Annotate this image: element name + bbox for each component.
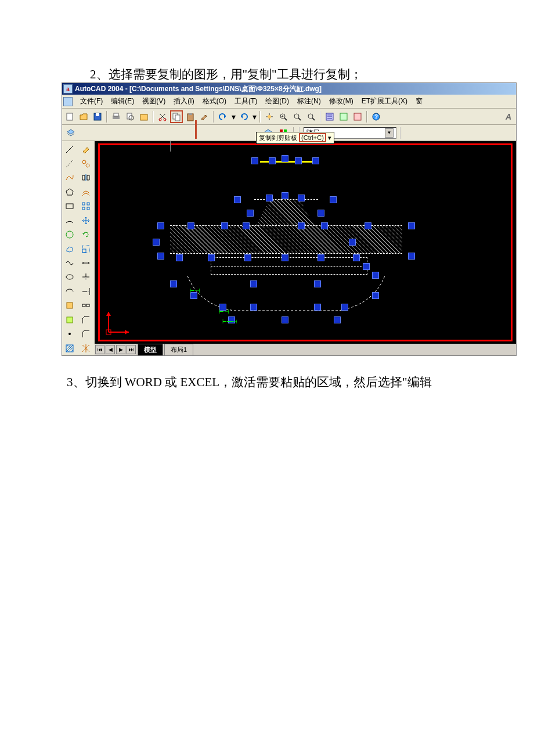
tab-first[interactable]: ⏮ xyxy=(95,345,104,354)
save-button[interactable] xyxy=(91,110,104,123)
block-button[interactable] xyxy=(63,314,77,326)
rectangle-button[interactable] xyxy=(63,200,77,213)
grip[interactable] xyxy=(282,192,288,199)
ellipse-arc-button[interactable] xyxy=(63,285,77,298)
new-button[interactable] xyxy=(63,110,76,123)
grip[interactable] xyxy=(363,263,370,270)
menu-insert[interactable]: 插入(I) xyxy=(169,95,198,107)
menu-file[interactable]: 文件(F) xyxy=(76,95,107,107)
preview-button[interactable] xyxy=(124,110,136,123)
undo-button[interactable] xyxy=(217,110,229,123)
xline-button[interactable] xyxy=(63,157,77,170)
cut-button[interactable] xyxy=(156,110,169,123)
polygon-button[interactable] xyxy=(63,185,77,198)
grip[interactable] xyxy=(243,222,250,229)
redo-button[interactable] xyxy=(237,110,250,123)
undo-dropdown[interactable]: ▾ xyxy=(230,110,236,123)
menu-et-extension[interactable]: ET扩展工具(X) xyxy=(358,95,412,107)
properties-button[interactable] xyxy=(323,110,336,123)
grip[interactable] xyxy=(334,316,341,323)
grip[interactable] xyxy=(408,253,415,260)
pan-button[interactable] xyxy=(263,110,276,123)
stretch-button[interactable] xyxy=(79,257,93,269)
menu-dimension[interactable]: 标注(N) xyxy=(293,95,325,107)
print-button[interactable] xyxy=(110,110,122,123)
grip[interactable] xyxy=(266,195,273,201)
ellipse-button[interactable] xyxy=(63,271,77,283)
grip[interactable] xyxy=(282,155,288,162)
mirror-button[interactable] xyxy=(79,171,93,184)
grip[interactable] xyxy=(251,157,258,164)
circle-button[interactable] xyxy=(63,228,77,241)
tab-prev[interactable]: ◀ xyxy=(106,345,115,354)
extend-button[interactable] xyxy=(79,285,93,298)
arc-button[interactable] xyxy=(63,214,77,226)
trim-button[interactable] xyxy=(79,271,93,283)
grip[interactable] xyxy=(314,304,321,311)
grip[interactable] xyxy=(295,157,302,164)
revcloud-button[interactable] xyxy=(63,242,77,255)
explode-button[interactable] xyxy=(79,342,93,355)
zoom-realtime-button[interactable]: + xyxy=(277,110,290,123)
menu-window[interactable]: 窗 xyxy=(412,95,427,107)
offset-button[interactable] xyxy=(79,185,93,198)
hatch-button[interactable] xyxy=(63,342,77,355)
tool-palette-button[interactable] xyxy=(351,110,364,123)
grip[interactable] xyxy=(153,239,160,246)
menu-format[interactable]: 格式(O) xyxy=(199,95,230,107)
fillet-button[interactable] xyxy=(79,327,93,340)
drawing-canvas[interactable]: ⊢⊣ ⊢⊣ ⊢━━⊣ www.bdocx.com ⏮ ◀ ▶ ⏭ 模型 布局1 xyxy=(95,141,516,355)
move-button[interactable] xyxy=(79,214,93,226)
grip[interactable] xyxy=(298,222,305,229)
grip[interactable] xyxy=(317,210,324,217)
grip[interactable] xyxy=(408,222,415,229)
spline-button[interactable] xyxy=(63,257,77,269)
menu-edit[interactable]: 编辑(E) xyxy=(107,95,138,107)
pline-button[interactable] xyxy=(63,171,77,184)
zoom-window-button[interactable] xyxy=(291,110,304,123)
zoom-prev-button[interactable] xyxy=(305,110,317,123)
scale-button[interactable] xyxy=(79,242,93,255)
grip[interactable] xyxy=(282,316,288,323)
grip[interactable] xyxy=(208,254,215,261)
redo-dropdown[interactable]: ▾ xyxy=(251,110,257,123)
chamfer-button[interactable] xyxy=(79,314,93,326)
grip[interactable] xyxy=(312,157,319,164)
grip[interactable] xyxy=(269,157,276,164)
match-button[interactable] xyxy=(198,110,211,123)
grip[interactable] xyxy=(250,280,257,287)
grip[interactable] xyxy=(282,254,288,261)
grip[interactable] xyxy=(176,254,183,261)
grip[interactable] xyxy=(170,280,177,287)
grip[interactable] xyxy=(314,280,321,287)
control-menu-icon[interactable] xyxy=(63,97,73,106)
tab-model[interactable]: 模型 xyxy=(138,344,163,355)
tab-layout1[interactable]: 布局1 xyxy=(164,344,193,355)
menu-modify[interactable]: 修改(M) xyxy=(325,95,358,107)
erase-button[interactable] xyxy=(79,143,93,156)
copy-button[interactable] xyxy=(170,110,183,123)
copy-obj-button[interactable] xyxy=(79,157,93,170)
grip[interactable] xyxy=(372,292,379,299)
layer-button[interactable] xyxy=(64,127,77,139)
grip[interactable] xyxy=(321,222,328,229)
menu-draw[interactable]: 绘图(D) xyxy=(261,95,293,107)
text-style-button[interactable]: A xyxy=(502,110,515,123)
grip[interactable] xyxy=(349,239,356,246)
publish-button[interactable] xyxy=(138,110,150,123)
array-button[interactable] xyxy=(79,200,93,213)
open-button[interactable] xyxy=(77,110,90,123)
grip[interactable] xyxy=(341,304,348,311)
grip[interactable] xyxy=(157,222,164,229)
grip[interactable] xyxy=(317,254,324,261)
menu-tools[interactable]: 工具(T) xyxy=(230,95,261,107)
grip[interactable] xyxy=(244,254,251,261)
grip[interactable] xyxy=(365,222,371,229)
grip[interactable] xyxy=(298,195,305,201)
menu-view[interactable]: 视图(V) xyxy=(138,95,169,107)
line-button[interactable] xyxy=(63,143,77,156)
insert-button[interactable] xyxy=(63,299,77,312)
grip[interactable] xyxy=(187,222,194,229)
grip[interactable] xyxy=(330,196,337,203)
break-button[interactable] xyxy=(79,299,93,312)
